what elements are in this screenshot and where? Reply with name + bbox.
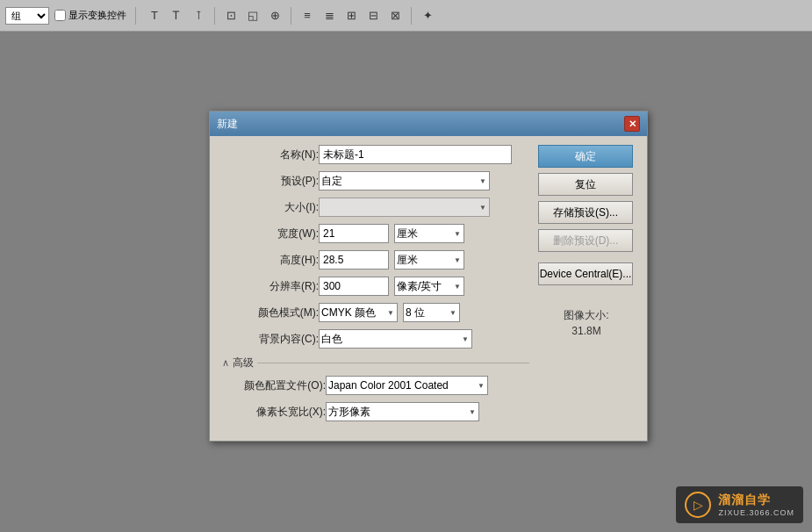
toolbar-icon-10[interactable]: ⊟ (363, 6, 383, 25)
watermark-subtitle: ZIXUE.3066.COM (718, 508, 794, 517)
dialog-titlebar: 新建 ✕ (210, 111, 647, 136)
pixel-ratio-control: 方形像素 (326, 402, 529, 421)
resolution-input[interactable] (319, 277, 389, 296)
width-unit-wrapper: 厘米 (394, 224, 464, 243)
size-select-wrapper (319, 198, 490, 217)
name-control (319, 145, 529, 164)
preset-dropdown[interactable]: 自定 (319, 171, 490, 191)
show-transform-checkbox[interactable] (54, 10, 66, 21)
toolbar-icons-group: T Ꭲ ⊺ ⊡ ◱ ⊕ ≡ ≣ ⊞ ⊟ ⊠ ✦ (145, 6, 437, 25)
dialog-close-button[interactable]: ✕ (624, 116, 640, 132)
watermark-text-area: 溜溜自学 ZIXUE.3066.COM (718, 492, 794, 517)
image-size-value: 31.8M (538, 325, 635, 337)
dialog-body: 名称(N): 预设(P): 自定 (210, 136, 647, 441)
group-select-area: 组 (5, 7, 49, 25)
toolbar-icon-3[interactable]: ⊺ (189, 6, 208, 25)
width-control: 厘米 (319, 224, 529, 243)
pixel-ratio-select-wrapper: 方形像素 (326, 402, 479, 421)
toolbar-icon-7[interactable]: ≡ (298, 6, 317, 25)
preset-control: 自定 (319, 171, 529, 191)
reset-button[interactable]: 复位 (538, 173, 633, 196)
bit-select-wrapper: 8 位 (403, 303, 460, 322)
color-profile-label: 颜色配置文件(O): (222, 378, 326, 393)
preset-select-wrapper: 自定 (319, 171, 490, 191)
color-profile-select-wrapper: Japan Color 2001 Coated (326, 376, 488, 395)
preset-label: 预设(P): (222, 174, 319, 189)
resolution-label: 分辨率(R): (222, 279, 319, 294)
toolbar-icon-8[interactable]: ≣ (320, 6, 339, 25)
height-row: 高度(H): 厘米 (222, 250, 529, 270)
toolbar-separator-4 (411, 7, 412, 25)
toolbar-icon-5[interactable]: ◱ (243, 6, 262, 25)
height-control: 厘米 (319, 250, 529, 270)
width-row: 宽度(W): 厘米 (222, 224, 529, 243)
toolbar-icon-1[interactable]: T (145, 6, 164, 25)
color-mode-dropdown[interactable]: CMYK 颜色 (319, 303, 398, 322)
advanced-section: ∧ 高级 颜色配置文件(O): Japan Color 2001 Coated (222, 356, 529, 421)
name-label: 名称(N): (222, 147, 319, 162)
toolbar-icon-9[interactable]: ⊞ (341, 6, 361, 25)
group-dropdown[interactable]: 组 (5, 7, 49, 25)
color-profile-control: Japan Color 2001 Coated (326, 376, 529, 395)
toolbar-icon-4[interactable]: ⊡ (221, 6, 241, 25)
resolution-unit-dropdown[interactable]: 像素/英寸 (394, 277, 464, 296)
color-mode-select-wrapper: CMYK 颜色 (319, 303, 398, 322)
toolbar-icon-11[interactable]: ⊠ (385, 6, 405, 25)
watermark-icon: ▷ (685, 492, 711, 518)
height-unit-wrapper: 厘米 (394, 250, 464, 270)
size-row: 大小(I): (222, 198, 529, 217)
watermark: ▷ 溜溜自学 ZIXUE.3066.COM (676, 486, 803, 523)
toolbar: 组 显示变换控件 T Ꭲ ⊺ ⊡ ◱ ⊕ ≡ ≣ ⊞ ⊟ ⊠ ✦ (0, 0, 812, 32)
save-preset-button[interactable]: 存储预设(S)... (538, 201, 633, 224)
toolbar-separator-2 (214, 7, 215, 25)
advanced-label: 高级 (233, 356, 254, 370)
height-label: 高度(H): (222, 253, 319, 268)
delete-preset-button[interactable]: 删除预设(D)... (538, 229, 633, 252)
bg-select-wrapper: 白色 (319, 329, 472, 349)
show-transform-text: 显示变换控件 (68, 9, 126, 22)
size-label: 大小(I): (222, 200, 319, 215)
width-unit-dropdown[interactable]: 厘米 (394, 224, 464, 243)
resolution-control: 像素/英寸 (319, 277, 529, 296)
resolution-row: 分辨率(R): 像素/英寸 (222, 277, 529, 296)
bg-dropdown[interactable]: 白色 (319, 329, 472, 349)
advanced-toggle-icon[interactable]: ∧ (222, 357, 229, 369)
height-unit-dropdown[interactable]: 厘米 (394, 250, 464, 270)
width-input[interactable] (319, 224, 389, 243)
preset-row: 预设(P): 自定 (222, 171, 529, 191)
color-mode-control: CMYK 颜色 8 位 (319, 303, 529, 322)
name-row: 名称(N): (222, 145, 529, 164)
width-label: 宽度(W): (222, 226, 319, 241)
pixel-ratio-dropdown[interactable]: 方形像素 (326, 402, 479, 421)
toolbar-icon-2[interactable]: Ꭲ (167, 6, 186, 25)
bg-control: 白色 (319, 329, 529, 349)
watermark-title: 溜溜自学 (718, 492, 794, 508)
color-mode-label: 颜色模式(M): (222, 306, 319, 320)
new-document-dialog: 新建 ✕ 名称(N): 预设(P): (209, 111, 648, 442)
color-profile-dropdown[interactable]: Japan Color 2001 Coated (326, 376, 488, 395)
size-dropdown[interactable] (319, 198, 490, 217)
device-central-button[interactable]: Device Central(E)... (538, 262, 633, 285)
advanced-header: ∧ 高级 (222, 356, 529, 370)
resolution-unit-wrapper: 像素/英寸 (394, 277, 464, 296)
advanced-divider (257, 363, 529, 363)
show-transform-label[interactable]: 显示变换控件 (54, 9, 126, 22)
image-size-label: 图像大小: (538, 308, 635, 323)
image-size-info: 图像大小: 31.8M (538, 308, 635, 337)
toolbar-separator-1 (135, 7, 136, 25)
bg-label: 背景内容(C): (222, 332, 319, 347)
toolbar-icon-12[interactable]: ✦ (418, 6, 437, 25)
color-mode-row: 颜色模式(M): CMYK 颜色 8 位 (222, 303, 529, 322)
dialog-content: 名称(N): 预设(P): 自定 (222, 145, 635, 428)
ok-button[interactable]: 确定 (538, 145, 633, 168)
form-area: 名称(N): 预设(P): 自定 (222, 145, 529, 428)
height-input[interactable] (319, 250, 389, 270)
dialog-title: 新建 (217, 117, 238, 132)
bit-dropdown[interactable]: 8 位 (403, 303, 460, 322)
color-profile-row: 颜色配置文件(O): Japan Color 2001 Coated (222, 376, 529, 395)
canvas-area: 新建 ✕ 名称(N): 预设(P): (0, 32, 812, 532)
toolbar-icon-6[interactable]: ⊕ (265, 6, 284, 25)
pixel-ratio-row: 像素长宽比(X): 方形像素 (222, 402, 529, 421)
bg-row: 背景内容(C): 白色 (222, 329, 529, 349)
name-input[interactable] (319, 145, 512, 164)
